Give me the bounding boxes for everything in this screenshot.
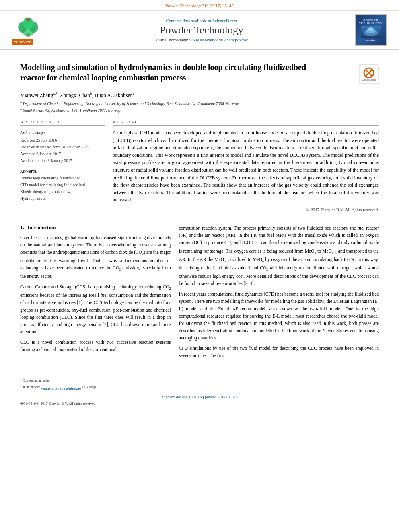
copyright-line: © 2017 Elsevier B.V. All rights reserved… [113, 207, 379, 212]
intro-para-2: Carbon Capture and Storage (CCS) is a pr… [20, 283, 171, 335]
history-online: Available online 9 January 2017 [20, 157, 105, 164]
crossmark-badge[interactable]: CrossMark [359, 64, 379, 84]
keywords-label: Keywords: [20, 169, 105, 173]
email-suffix: (Y. Zhang). [82, 385, 97, 389]
contents-availability: Contents lists available at ScienceDirec… [56, 18, 347, 23]
author-1: Yuanwei Zhanga,* [20, 92, 58, 98]
intro-para-3: CLC is a novel combustion process with t… [20, 339, 171, 353]
authors-line: Yuanwei Zhanga,*, Zhongxi Chaob, Hugo A.… [20, 92, 379, 99]
author-3: Hugo A. Jakobsena [95, 92, 134, 98]
article-info-col: ARTICLE INFO Article history: Received 2… [20, 119, 105, 212]
right-para-1: combustion reaction system. The process … [179, 224, 379, 287]
affiliation-b: b Sintef Nordic AS, Klæbuveien 194, Tron… [20, 107, 379, 113]
article-info-label: ARTICLE INFO [20, 119, 105, 126]
journal-ref-link[interactable]: Powder Technology 310 (2017) 35–45 [165, 3, 234, 8]
doi-link[interactable]: http://dx.doi.org/10.1016/j.powtec.2017.… [161, 395, 238, 399]
article-title-section: Modelling and simulation of hydrodynamic… [20, 56, 379, 88]
history-revised: Received in revised form 31 October 2016 [20, 144, 105, 150]
keywords-section: Keywords: Double loop circulating fluidi… [20, 169, 105, 202]
top-bar: Powder Technology 310 (2017) 35–45 [0, 0, 399, 11]
abstract-text: A multiphase CFD model has been develope… [113, 129, 379, 204]
keywords-list: Double loop circulating fluidized bed CF… [20, 175, 105, 202]
journal-header: ELSEVIER Contents lists available at Sci… [0, 11, 399, 50]
homepage-line: journal homepage: www.elsevier.com/locat… [56, 37, 347, 42]
keyword-1: Double loop circulating fluidized bed [20, 175, 105, 181]
article-history: Article history: Received 25 July 2016 R… [20, 129, 105, 164]
homepage-url[interactable]: www.elsevier.com/locate/powtec [189, 37, 248, 42]
author-2: Zhongxi Chaob [60, 92, 92, 98]
article-content: Modelling and simulation of hydrodynamic… [0, 50, 399, 371]
intro-left-col: 1. Introduction Over the past decades, g… [20, 224, 171, 363]
right-para-2: In recent years computational fluid dyna… [179, 290, 379, 341]
article-info-abstract-section: ARTICLE INFO Article history: Received 2… [20, 119, 379, 212]
email-label: E-mail address: [20, 385, 41, 389]
authors-section: Yuanwei Zhanga,*, Zhongxi Chaob, Hugo A.… [20, 92, 379, 113]
keyword-3: Kinetic theory of granular flow [20, 188, 105, 195]
affiliations: a Department of Chemical Engineering, No… [20, 100, 379, 113]
svg-point-8 [368, 27, 374, 31]
right-para-3: CFD simulations by use of the two-fluid … [179, 345, 379, 359]
powder-tech-badge: POWDER TECHNOLOGY elsevier [355, 14, 387, 46]
article-title: Modelling and simulation of hydrodynamic… [20, 62, 314, 83]
journal-title: Powder Technology [56, 24, 347, 36]
sciencedirect-link[interactable]: ScienceDirect [212, 18, 237, 23]
intro-right-col: combustion reaction system. The process … [179, 224, 379, 363]
svg-text:CrossMark: CrossMark [362, 78, 376, 81]
keyword-2: CFD model for circulating fluidized bed [20, 181, 105, 188]
svg-point-5 [26, 18, 30, 21]
elsevier-tree-icon [12, 16, 44, 38]
affiliation-a: a Department of Chemical Engineering, No… [20, 100, 379, 107]
elsevier-label: ELSEVIER [12, 39, 33, 45]
elsevier-logo-container: ELSEVIER [12, 16, 56, 45]
introduction-section: 1. Introduction Over the past decades, g… [20, 224, 379, 363]
intro-para-1: Over the past decades, global warming ha… [20, 234, 171, 280]
history-accepted: Accepted 6 January 2017 [20, 150, 105, 157]
abstract-label: ABSTRACT [113, 119, 379, 126]
abstract-col: ABSTRACT A multiphase CFD model has been… [113, 119, 379, 212]
journal-center: Contents lists available at ScienceDirec… [56, 18, 347, 42]
keyword-4: Hydrodynamics [20, 195, 105, 202]
intro-heading: 1. Introduction [20, 224, 171, 231]
history-received: Received 25 July 2016 [20, 137, 105, 144]
email-link[interactable]: yuanwei.zhang@ntnu.no [41, 386, 81, 390]
footer-doi: http://dx.doi.org/10.1016/j.powtec.2017.… [20, 394, 379, 400]
footer-issn: 0032-5910/© 2017 Elsevier B.V. All right… [20, 401, 379, 405]
journal-badge-container: POWDER TECHNOLOGY elsevier [347, 14, 387, 46]
footer-corresponding: * Corresponding author. E-mail address: … [20, 378, 379, 392]
page-footer: * Corresponding author. E-mail address: … [0, 375, 399, 409]
section-divider [20, 218, 379, 218]
history-label: Article history: [20, 129, 105, 136]
